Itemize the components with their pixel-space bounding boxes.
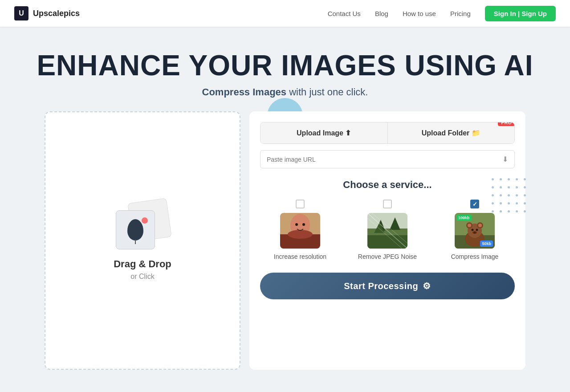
nav-pricing[interactable]: Pricing [450, 10, 471, 17]
url-input-row: ⬇ [260, 150, 515, 168]
navbar-links: Contact Us Blog How to use Pricing Sign … [328, 6, 556, 21]
nav-blog[interactable]: Blog [375, 10, 388, 17]
pro-badge: PRO [498, 122, 515, 126]
hero-subtitle-bold: Compress Images [202, 86, 287, 98]
hero-title-ai: AI [504, 49, 533, 82]
svg-point-26 [474, 232, 476, 233]
hero-title-part1: ENHANCE YOUR IMAGES USING [37, 49, 497, 82]
dot [500, 186, 502, 188]
dot [500, 178, 502, 180]
navbar: U Upscalepics Contact Us Blog How to use… [0, 0, 570, 27]
dot [516, 186, 518, 188]
download-icon: ⬇ [502, 155, 508, 163]
dot [492, 186, 494, 188]
brand-icon: U [14, 6, 28, 20]
right-panel: Upload Image ⬆ Upload Folder 📁 PRO ⬇ Cho… [249, 111, 525, 370]
main-content: Drag & Drop or Click [18, 111, 552, 388]
dot [524, 202, 526, 204]
upload-buttons-container: Upload Image ⬆ Upload Folder 📁 PRO [260, 122, 515, 144]
drop-zone[interactable]: Drag & Drop or Click [45, 111, 240, 370]
dot [516, 178, 518, 180]
service-image-face [280, 213, 320, 249]
dot [524, 178, 526, 180]
svg-point-23 [472, 229, 474, 231]
dot [492, 194, 494, 196]
svg-point-22 [478, 224, 482, 227]
dot [500, 194, 502, 196]
service-label-compress-image: Compress Image [451, 253, 499, 260]
drop-zone-title: Drag & Drop [114, 258, 171, 270]
service-section-title: Choose a service... [260, 179, 515, 191]
brand: U Upscalepics [14, 6, 80, 20]
dot [508, 186, 510, 188]
nav-contact-us[interactable]: Contact Us [328, 10, 361, 17]
drop-zone-subtitle: or Click [130, 273, 154, 281]
svg-rect-8 [367, 235, 407, 249]
dot [516, 202, 518, 204]
dot [500, 210, 502, 212]
service-label-increase-resolution: Increase resolution [274, 253, 326, 260]
trees-svg [367, 213, 407, 249]
dot [516, 210, 518, 212]
upload-folder-button[interactable]: Upload Folder 📁 [388, 122, 515, 143]
svg-point-5 [302, 223, 305, 226]
services-grid: Increase resolution [260, 200, 515, 260]
dot [508, 178, 510, 180]
dot [492, 210, 494, 212]
dot [508, 210, 510, 212]
badge-50kb: 50kb [480, 241, 493, 247]
start-processing-button[interactable]: Start Processing ⚙ [260, 273, 515, 299]
hero-subtitle-rest: with just one click. [289, 86, 368, 98]
dot [500, 202, 502, 204]
badge-100kb: 100kb [456, 215, 472, 221]
drop-zone-illustration [116, 200, 169, 249]
dot [492, 202, 494, 204]
gear-icon: ⚙ [423, 281, 431, 291]
dot [524, 210, 526, 212]
service-image-bear: 100kb 50kb [455, 213, 495, 249]
face-svg [280, 213, 320, 249]
signin-button[interactable]: Sign In | Sign Up [485, 6, 556, 21]
svg-point-4 [295, 223, 298, 226]
service-item-remove-jpeg-noise: Remove JPEG Noise [347, 200, 428, 260]
dot [524, 194, 526, 196]
balloon-icon [127, 219, 143, 241]
hero-subtitle: Compress Images with just one click. [9, 86, 561, 98]
start-processing-label: Start Processing [344, 281, 418, 291]
svg-point-24 [476, 229, 478, 231]
red-dot-icon [142, 217, 148, 224]
hero-title: ENHANCE YOUR IMAGES USING AI [9, 49, 561, 82]
card-front [116, 210, 155, 249]
dot [492, 178, 494, 180]
service-checkbox-remove-jpeg-noise[interactable] [383, 200, 392, 208]
brand-name: Upscalepics [33, 9, 80, 18]
svg-point-3 [288, 230, 313, 239]
service-image-trees [367, 213, 407, 249]
service-label-remove-jpeg-noise: Remove JPEG Noise [358, 253, 417, 260]
dots-decoration [492, 178, 530, 216]
svg-point-21 [468, 224, 471, 227]
service-item-increase-resolution: Increase resolution [260, 200, 340, 260]
nav-how-to-use[interactable]: How to use [403, 10, 436, 17]
service-checkbox-increase-resolution[interactable] [296, 200, 305, 208]
dot [508, 194, 510, 196]
service-checkbox-compress-image[interactable] [470, 200, 479, 208]
dot [508, 202, 510, 204]
dot [524, 186, 526, 188]
url-input[interactable] [267, 156, 499, 163]
dot [516, 194, 518, 196]
upload-image-button[interactable]: Upload Image ⬆ [261, 122, 388, 143]
